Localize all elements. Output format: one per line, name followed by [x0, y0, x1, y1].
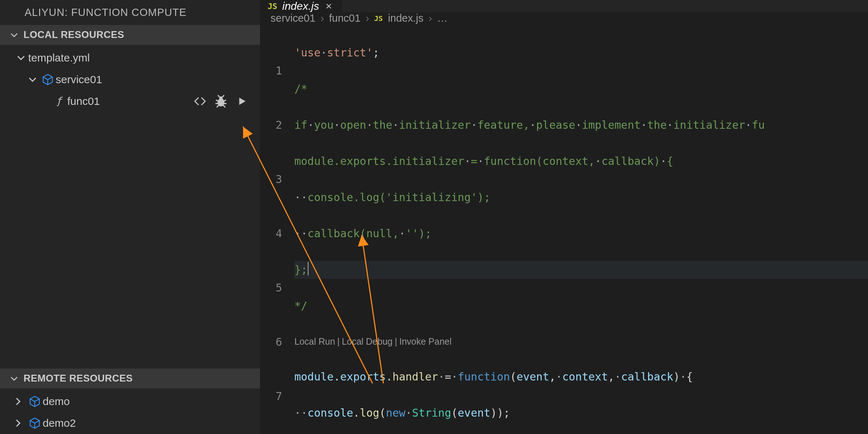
- sidebar: ALIYUN: FUNCTION COMPUTE LOCAL RESOURCES…: [0, 0, 260, 434]
- tree-item-remote[interactable]: demo2: [0, 412, 260, 434]
- code-line[interactable]: ··callback(null,·'');: [294, 225, 868, 243]
- tree-item-template[interactable]: template.yml: [0, 47, 260, 69]
- tree-item-actions: [193, 94, 249, 109]
- svg-text:ƒ: ƒ: [56, 95, 63, 106]
- code-icon[interactable]: [193, 94, 207, 109]
- sidebar-spacer: [0, 112, 260, 369]
- code-line[interactable]: };: [294, 261, 868, 279]
- code-line[interactable]: module.exports.handler·=·function(event,…: [294, 368, 868, 386]
- section-header-local[interactable]: LOCAL RESOURCES: [0, 25, 260, 45]
- line-number: 7: [260, 387, 282, 405]
- js-file-icon: JS: [374, 14, 383, 23]
- tab-name: index.js: [282, 0, 319, 12]
- section-header-remote[interactable]: REMOTE RESOURCES: [0, 369, 260, 388]
- tab-active[interactable]: JS index.js ×: [260, 0, 342, 12]
- code-area[interactable]: 1 2 3 4 5 6 7 8 9 10 11 12 'use·strict';…: [260, 24, 868, 434]
- cube-icon: [40, 73, 56, 86]
- tree-item-function[interactable]: ƒ func01: [0, 90, 260, 112]
- line-number: 6: [260, 333, 282, 351]
- codelens-local-run[interactable]: Local Run: [294, 336, 335, 346]
- cube-icon: [27, 417, 43, 429]
- js-file-icon: JS: [268, 2, 277, 11]
- line-number: 4: [260, 225, 282, 243]
- line-number: 2: [260, 116, 282, 134]
- chevron-right-icon: [11, 397, 25, 406]
- chevron-down-icon: [9, 31, 19, 39]
- chevron-down-icon: [25, 75, 40, 84]
- tree-item-service[interactable]: service01: [0, 69, 260, 90]
- cube-icon: [27, 395, 43, 408]
- code-line[interactable]: /*: [294, 80, 868, 98]
- tree-item-label: template.yml: [28, 52, 90, 64]
- text-cursor: [308, 262, 309, 276]
- chevron-down-icon: [9, 375, 19, 383]
- panel-title: ALIYUN: FUNCTION COMPUTE: [0, 0, 260, 25]
- chevron-right-icon: [11, 419, 25, 427]
- remote-tree: demo demo2: [0, 388, 260, 434]
- breadcrumb-item[interactable]: func01: [329, 12, 361, 24]
- breadcrumb-item[interactable]: service01: [271, 12, 315, 24]
- play-icon[interactable]: [235, 94, 249, 109]
- code-line[interactable]: 'use·strict';: [294, 44, 868, 62]
- chevron-right-icon: ›: [320, 12, 324, 24]
- line-number: 3: [260, 170, 282, 188]
- breadcrumb-overflow[interactable]: …: [437, 12, 448, 24]
- code-line[interactable]: if·you·open·the·initializer·feature,·ple…: [294, 116, 868, 134]
- function-icon: ƒ: [51, 95, 67, 107]
- code-line[interactable]: ··console.log('initializing');: [294, 188, 868, 207]
- tab-bar: JS index.js ×: [260, 0, 868, 12]
- chevron-right-icon: ›: [429, 12, 432, 24]
- section-header-remote-label: REMOTE RESOURCES: [24, 373, 133, 384]
- tree-item-label: demo: [43, 395, 70, 408]
- chevron-down-icon: [14, 54, 28, 62]
- code-line[interactable]: module.exports.initializer·=·function(co…: [294, 152, 868, 170]
- codelens-local-debug[interactable]: Local Debug: [342, 336, 392, 346]
- code-content[interactable]: 'use·strict'; /* if·you·open·the·initial…: [294, 26, 868, 434]
- tree-item-label: func01: [67, 95, 100, 107]
- codelens-invoke-panel[interactable]: Invoke Panel: [399, 336, 452, 346]
- gutter: 1 2 3 4 5 6 7 8 9 10 11 12: [260, 26, 294, 434]
- breadcrumb-item[interactable]: index.js: [388, 12, 424, 24]
- section-header-local-label: LOCAL RESOURCES: [24, 29, 124, 41]
- tree-item-label: demo2: [43, 417, 76, 429]
- close-icon[interactable]: ×: [324, 0, 333, 12]
- code-lens: Local Run|Local Debug|Invoke Panel: [294, 333, 868, 350]
- editor: JS index.js × service01 › func01 › JS in…: [260, 0, 868, 434]
- line-number: 1: [260, 62, 282, 80]
- local-tree: template.yml service01 ƒ func01: [0, 45, 260, 112]
- chevron-right-icon: ›: [366, 12, 369, 24]
- tree-item-remote[interactable]: demo: [0, 391, 260, 412]
- breadcrumb: service01 › func01 › JS index.js › …: [260, 12, 868, 24]
- bug-icon[interactable]: [214, 94, 228, 109]
- tree-item-label: service01: [56, 73, 102, 86]
- line-number: 5: [260, 279, 282, 297]
- code-line[interactable]: */: [294, 297, 868, 315]
- code-line[interactable]: ··console.log(new·String(event));: [294, 404, 868, 422]
